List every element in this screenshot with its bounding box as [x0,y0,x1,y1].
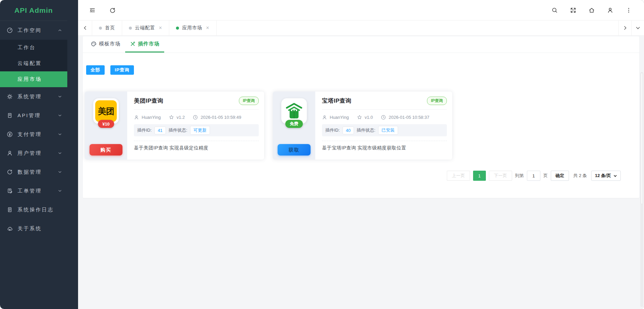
per-page-select[interactable]: 12 条/页 [591,171,621,181]
current-page-button[interactable]: 1 [473,171,486,181]
content-scrollbar[interactable] [640,72,643,307]
sidebar-item-system-log[interactable]: 系统操作日志 [0,200,67,219]
tab-plugin-market[interactable]: 插件市场 [125,36,164,53]
sidebar-item-payment-mgmt[interactable]: 支付管理 [0,125,67,144]
sidebar-item-system-mgmt[interactable]: 系统管理 [0,87,67,106]
log-document-icon [7,207,13,213]
market-panel: 模板市场 插件市场 全部 IP查询 [83,36,639,198]
dashboard-icon [7,27,13,33]
market-tabs: 模板市场 插件市场 [83,36,639,53]
get-button[interactable]: 获取 [278,144,311,156]
plugin-title: 宝塔IP查询 [322,97,351,105]
chevron-down-icon [58,132,62,136]
close-icon[interactable]: × [206,25,209,31]
plugin-status-value[interactable]: 可更新 [190,126,210,135]
plugin-card-body: 美团IP查询 IP查询 HuanYing [127,92,264,160]
filter-ip-query-button[interactable]: IP查询 [110,65,134,75]
tabs-menu-dropdown-button[interactable] [631,21,644,35]
tab-template-market[interactable]: 模板市场 [86,36,125,53]
tools-icon [130,41,136,47]
plugin-id-value: 40 [343,127,354,134]
data-refresh-icon [7,169,13,175]
buy-button[interactable]: 购买 [90,144,122,156]
plugin-meta: HuanYing v1.0 2026-01-05 10: [322,115,447,120]
chevron-down-icon [58,189,62,193]
scrollbar-thumb[interactable] [641,73,643,204]
app-window: API Admin 工作空间 工作台 云端配置 应用市场 [0,0,644,309]
chevron-down-icon [58,151,62,155]
sidebar-item-workbench[interactable]: 工作台 [0,40,67,56]
chevron-down-icon [58,113,62,117]
collapse-sidebar-button[interactable] [85,3,99,17]
next-page-button[interactable]: 下一页 [489,171,512,181]
plugin-status-label: 插件状态: [169,127,187,133]
more-options-icon[interactable] [619,3,638,17]
sidebar-menu: 工作空间 工作台 云端配置 应用市场 系 [0,21,67,238]
content-area: 模板市场 插件市场 全部 IP查询 [78,36,644,309]
plugin-status-value[interactable]: 已安装 [378,126,398,135]
fullscreen-icon[interactable] [564,3,582,17]
tab-app-market[interactable]: 应用市场 × [169,21,216,35]
sidebar-item-label: 云端配置 [17,60,42,67]
filter-all-button[interactable]: 全部 [86,65,105,75]
yen-circle-icon [7,131,13,137]
sidebar-item-label: 工单管理 [17,188,58,194]
user-avatar-icon[interactable] [601,3,619,17]
dashed-divider [134,141,259,141]
sidebar-item-api-mgmt[interactable]: API管理 [0,106,67,125]
tab-label: 首页 [105,25,115,31]
sidebar-item-about-system[interactable]: 关于系统 [0,219,67,238]
tab-label: 应用市场 [182,25,202,31]
plugin-version: v1.2 [177,115,185,120]
sidebar-item-workorder-mgmt[interactable]: 工单管理 [0,181,67,200]
author-icon [134,115,139,120]
version-star-icon [357,115,362,120]
sidebar-item-workspace[interactable]: 工作空间 [0,21,67,40]
category-filters: 全部 IP查询 [86,65,639,75]
close-icon[interactable]: × [159,25,162,31]
plugin-id-label: 插件ID: [137,127,152,133]
goto-page-prefix: 到第 [515,173,524,179]
sidebar-item-label: API管理 [17,112,58,119]
market-tab-label: 模板市场 [99,41,120,47]
prev-page-button[interactable]: 上一页 [447,171,470,181]
top-toolbar [78,0,644,20]
plugin-status-label: 插件状态: [357,127,375,133]
tab-label: 云端配置 [135,25,155,31]
sidebar-item-label: 关于系统 [17,226,62,232]
sidebar: API Admin 工作空间 工作台 云端配置 应用市场 [0,0,78,309]
tab-cloud-config[interactable]: 云端配置 × [122,21,169,35]
plugin-card-baota: 免费 获取 宝塔IP查询 IP查询 [273,92,452,160]
refresh-icon[interactable] [106,3,119,17]
chevron-down-icon [58,95,62,99]
goto-page-input[interactable] [527,171,540,181]
plugin-description: 基于宝塔IP查询 实现市级精度获取位置 [322,145,447,151]
total-count-label: 共 2 条 [573,173,587,179]
clock-icon [193,115,198,120]
sidebar-item-cloud-config[interactable]: 云端配置 [0,56,67,71]
tab-home[interactable]: 首页 [92,21,122,35]
home-icon[interactable] [582,3,601,17]
plugin-id-value: 41 [154,127,166,134]
sidebar-item-user-mgmt[interactable]: 用户管理 [0,144,67,163]
version-star-icon [169,115,174,120]
price-badge: ¥10 [98,120,114,128]
author-icon [322,115,327,120]
sidebar-item-app-market[interactable]: 应用市场 [0,71,67,87]
updated-time: 2026-01-05 10:59:49 [201,115,241,120]
plugin-card-media: 美团 ¥10 购买 [85,92,127,160]
plugin-cards: 美团 ¥10 购买 美团IP查询 IP查询 [85,92,639,160]
tabs-scroll-left-button[interactable] [78,21,92,35]
plugin-card-meituan: 美团 ¥10 购买 美团IP查询 IP查询 [85,92,264,160]
goto-confirm-button[interactable]: 确定 [551,171,569,181]
sidebar-item-data-mgmt[interactable]: 数据管理 [0,163,67,181]
plugin-version: v1.0 [365,115,373,120]
chevron-down-icon [613,174,617,178]
tabs-scroll-right-button[interactable] [618,21,631,35]
sidebar-item-label: 用户管理 [17,150,58,157]
chevron-up-icon [58,28,62,32]
free-badge: 免费 [285,120,303,128]
plugin-title: 美团IP查询 [134,97,163,105]
category-tag: IP查询 [427,97,447,105]
search-icon[interactable] [545,3,564,17]
